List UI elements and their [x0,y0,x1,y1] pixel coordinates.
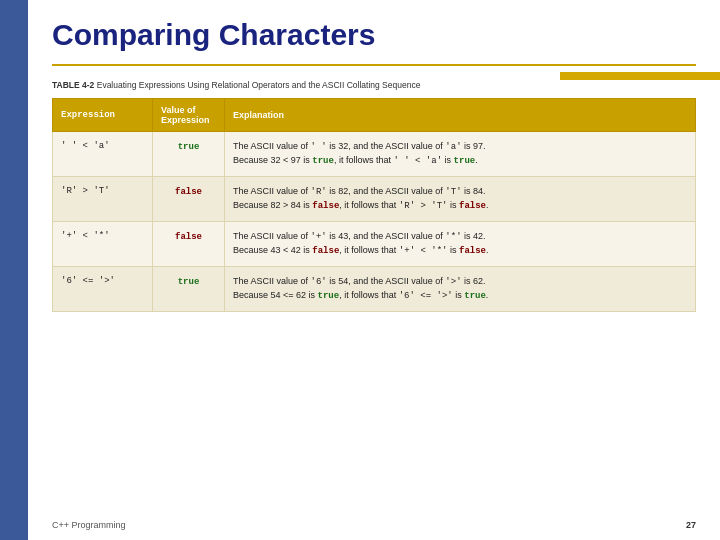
footer-page-number: 27 [686,520,696,530]
cell-explanation: The ASCII value of 'R' is 82, and the AS… [225,176,696,221]
cell-explanation: The ASCII value of '+' is 43, and the AS… [225,222,696,267]
cell-value: false [153,222,225,267]
cell-expression: 'R' > 'T' [53,176,153,221]
header-value: Value ofExpression [153,98,225,131]
cell-explanation: The ASCII value of '6' is 54, and the AS… [225,267,696,312]
header-explanation: Explanation [225,98,696,131]
table-caption: TABLE 4-2 Evaluating Expressions Using R… [52,80,696,92]
table-header-row: Expression Value ofExpression Explanatio… [53,98,696,131]
cell-value: false [153,176,225,221]
page-title: Comparing Characters [52,18,696,52]
table-row: ' ' < 'a'trueThe ASCII value of ' ' is 3… [53,131,696,176]
table-row: 'R' > 'T'falseThe ASCII value of 'R' is … [53,176,696,221]
left-sidebar-bar [0,0,28,540]
cell-value: true [153,131,225,176]
data-table: Expression Value ofExpression Explanatio… [52,98,696,312]
cell-expression: '+' < '*' [53,222,153,267]
cell-explanation: The ASCII value of ' ' is 32, and the AS… [225,131,696,176]
main-content: Comparing Characters TABLE 4-2 Evaluatin… [28,0,720,540]
footer-title: C++ Programming [52,520,126,530]
title-divider [52,64,696,66]
table-row: '+' < '*'falseThe ASCII value of '+' is … [53,222,696,267]
header-expression: Expression [53,98,153,131]
footer: C++ Programming 27 [28,520,720,530]
table-row: '6' <= '>'trueThe ASCII value of '6' is … [53,267,696,312]
table-caption-text: Evaluating Expressions Using Relational … [94,80,420,90]
cell-expression: '6' <= '>' [53,267,153,312]
cell-value: true [153,267,225,312]
table-caption-bold: TABLE 4-2 [52,80,94,90]
cell-expression: ' ' < 'a' [53,131,153,176]
